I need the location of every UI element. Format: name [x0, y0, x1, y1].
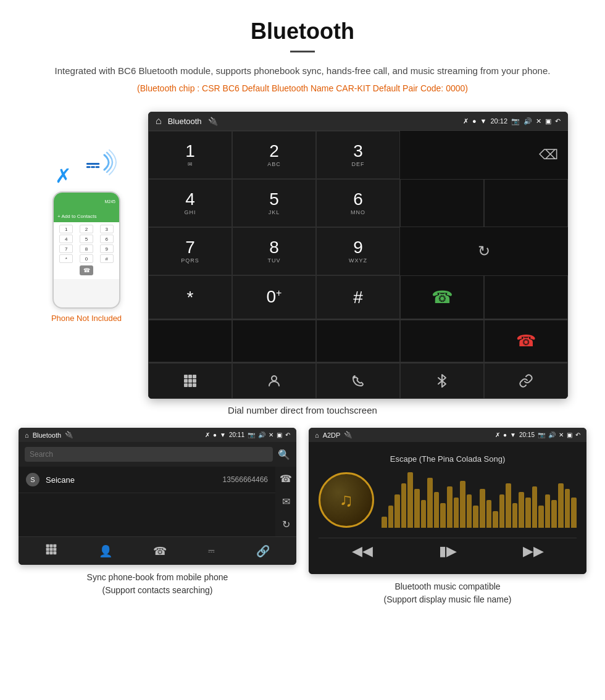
contacts-home-icon[interactable]: ⌂ [25, 431, 29, 439]
contact-phone: 13566664466 [223, 475, 268, 484]
svg-point-10 [272, 376, 277, 381]
contacts-bar-link-icon[interactable]: 🔗 [256, 544, 270, 558]
dial-key-3[interactable]: 3 DEF [316, 131, 400, 179]
music-win-icon: ▣ [567, 431, 572, 438]
camera-icon: 📷 [511, 117, 520, 125]
contacts-time: 20:11 [229, 431, 244, 438]
bluetooth-icon-btn[interactable] [400, 363, 484, 399]
link-icon-btn[interactable] [484, 363, 568, 399]
svg-rect-12 [50, 544, 53, 548]
contacts-msg-side-icon[interactable]: ✉ [282, 496, 290, 507]
location-icon: ● [472, 117, 477, 125]
svg-rect-1 [184, 375, 188, 378]
music-bt-icon: ✗ [495, 431, 500, 438]
contacts-bar-grid-icon[interactable] [45, 543, 57, 559]
contact-row[interactable]: S Seicane 13566664466 [19, 467, 275, 493]
svg-rect-16 [54, 548, 57, 551]
dial-empty-row2-1 [400, 179, 484, 227]
contacts-loc-icon: ● [213, 431, 217, 438]
svg-rect-6 [193, 379, 196, 383]
music-back-icon[interactable]: ↶ [575, 431, 580, 438]
dial-key-0[interactable]: 0+ [232, 275, 316, 319]
next-track-button[interactable]: ▶▶ [523, 543, 544, 559]
contacts-block: ⌂ Bluetooth 🔌 ✗ ● ▼ 20:11 📷 🔊 ✕ ▣ ↶ [19, 428, 296, 606]
dial-caption: Dial number direct from touchscreen [0, 405, 605, 415]
play-pause-button[interactable]: ▮▶ [439, 543, 457, 559]
dial-time: 20:12 [490, 117, 507, 125]
redial-icon: ↻ [478, 243, 490, 260]
bt-music-icon: ♫ [340, 490, 354, 510]
dial-key-8[interactable]: 8 TUV [232, 227, 316, 275]
dial-key-hash[interactable]: # [316, 275, 400, 319]
contacts-bar-phone-icon[interactable]: ☎ [153, 544, 167, 558]
contacts-screen: ⌂ Bluetooth 🔌 ✗ ● ▼ 20:11 📷 🔊 ✕ ▣ ↶ [19, 428, 296, 565]
page-header: Bluetooth Integrated with BC6 Bluetooth … [0, 0, 605, 112]
contacts-vol-icon: 🔊 [258, 431, 265, 438]
contacts-bar-person-icon[interactable]: 👤 [99, 544, 112, 558]
dial-empty-extra-3 [316, 320, 400, 362]
prev-track-button[interactable]: ◀◀ [352, 543, 373, 559]
svg-rect-11 [46, 544, 49, 548]
phone-icon-btn[interactable] [316, 363, 400, 399]
svg-rect-8 [188, 383, 192, 387]
contacts-close-icon[interactable]: ✕ [269, 431, 273, 438]
svg-rect-4 [184, 379, 188, 383]
phone-dialpad: 123 456 789 *0# ☎ [54, 222, 119, 279]
back-icon[interactable]: ↶ [555, 117, 561, 125]
contacts-signal-icon: ▼ [220, 431, 226, 438]
music-screen: ⌂ A2DP 🔌 ✗ ● ▼ 20:15 📷 🔊 ✕ ▣ ↶ [309, 428, 586, 574]
dial-key-7[interactable]: 7 PQRS [148, 227, 232, 275]
phone-screen-header: M245 [54, 193, 119, 210]
page-title: Bluetooth [37, 19, 568, 44]
bluetooth-btn-icon [435, 373, 449, 388]
music-home-icon[interactable]: ⌂ [315, 431, 319, 439]
dial-key-2[interactable]: 2 ABC [232, 131, 316, 179]
hangup-button[interactable]: ☎ [484, 320, 568, 362]
equalizer [382, 472, 577, 528]
dial-key-6[interactable]: 6 MNO [316, 179, 400, 227]
contacts-refresh-side-icon[interactable]: ↻ [282, 519, 290, 530]
contacts-icon-btn[interactable] [232, 363, 316, 399]
dialpad-icon-btn[interactable] [148, 363, 232, 399]
redial-button[interactable]: ↻ [400, 227, 568, 275]
contacts-search-input[interactable] [25, 447, 273, 462]
music-controls: ◀◀ ▮▶ ▶▶ [319, 538, 577, 564]
dial-key-star[interactable]: * [148, 275, 232, 319]
dial-key-4[interactable]: 4 GHI [148, 179, 232, 227]
usb-icon: 🔌 [208, 117, 218, 126]
phone-mockup: M245 + Add to Contacts 123 456 789 *0# ☎ [52, 191, 120, 309]
contacts-status-bar: ⌂ Bluetooth 🔌 ✗ ● ▼ 20:11 📷 🔊 ✕ ▣ ↶ [19, 428, 296, 442]
search-icon[interactable]: 🔍 [278, 449, 290, 460]
call-button[interactable]: ☎ [400, 275, 484, 319]
svg-rect-17 [46, 551, 49, 554]
contacts-search-row: 🔍 [19, 442, 296, 467]
bluetooth-waves-icon: ⎓ [81, 149, 118, 183]
title-divider [290, 51, 315, 52]
backspace-button[interactable]: ⌫ [539, 147, 558, 163]
contacts-call-side-icon[interactable]: ☎ [280, 473, 292, 485]
music-main-area: Escape (The Pina Colada Song) ♫ ◀◀ ▮▶ ▶▶ [309, 442, 586, 574]
contacts-list: S Seicane 13566664466 [19, 467, 275, 536]
close-icon[interactable]: ✕ [536, 117, 541, 125]
dial-empty-extra-4 [400, 320, 484, 362]
bottom-screenshots: ⌂ Bluetooth 🔌 ✗ ● ▼ 20:11 📷 🔊 ✕ ▣ ↶ [0, 428, 605, 606]
dial-key-1[interactable]: 1 ✉ [148, 131, 232, 179]
contacts-usb-icon: 🔌 [65, 431, 73, 439]
svg-rect-13 [54, 544, 57, 548]
svg-rect-15 [50, 548, 53, 551]
music-close-icon[interactable]: ✕ [559, 431, 564, 438]
svg-rect-2 [188, 375, 192, 378]
music-loc-icon: ● [503, 431, 507, 438]
call-extra-row: ☎ [148, 319, 568, 362]
dial-key-9[interactable]: 9 WXYZ [316, 227, 400, 275]
dial-screen: ⌂ Bluetooth 🔌 ✗ ● ▼ 20:12 📷 🔊 ✕ ▣ ↶ 1 ✉ [148, 112, 568, 399]
dial-key-5[interactable]: 5 JKL [232, 179, 316, 227]
contacts-bottom-bar: 👤 ☎ ⎓ 🔗 [19, 536, 296, 565]
contacts-bar-bt-icon[interactable]: ⎓ [208, 544, 215, 557]
contacts-back-icon[interactable]: ↶ [285, 431, 290, 438]
page-specs: (Bluetooth chip : CSR BC6 Default Blueto… [37, 83, 568, 93]
contacts-caption: Sync phone-book from mobile phone (Suppo… [87, 571, 228, 597]
contact-name: Seicane [46, 475, 223, 485]
phone-icon [351, 373, 365, 388]
home-icon[interactable]: ⌂ [156, 115, 162, 127]
